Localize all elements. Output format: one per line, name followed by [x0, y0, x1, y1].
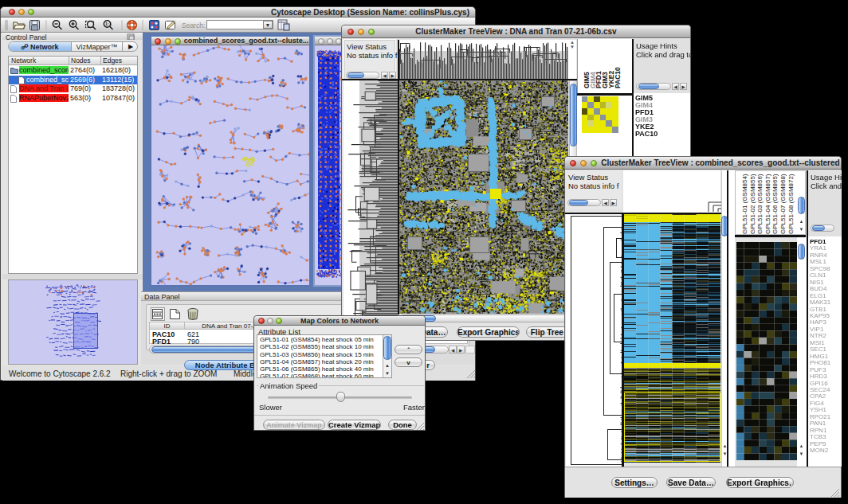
svg-text:Search:: Search:	[182, 21, 205, 29]
svg-text:1:1: 1:1	[105, 21, 112, 26]
